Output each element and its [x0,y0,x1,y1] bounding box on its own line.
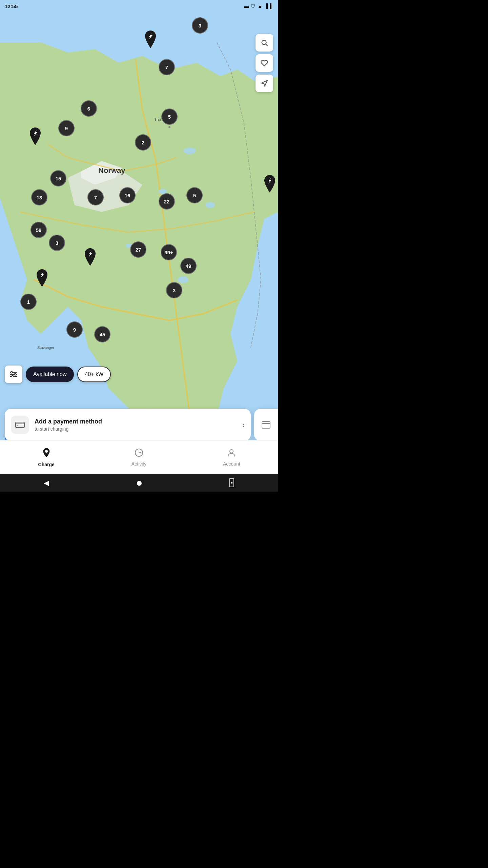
available-now-filter[interactable]: Available now [26,367,74,382]
svg-point-5 [178,276,188,283]
account-icon [227,448,236,459]
cluster-c2[interactable]: 7 [159,59,175,75]
cluster-c3[interactable]: 6 [81,100,97,117]
pin-p2[interactable] [28,127,43,147]
cluster-c5[interactable]: 9 [58,120,75,136]
back-button[interactable]: ◀ [44,479,49,487]
cluster-c8[interactable]: 13 [31,189,47,205]
svg-rect-31 [262,421,270,428]
status-icons: ▬ 🛡 ▲ ▐ ▌ [244,3,273,9]
cluster-c18[interactable]: 3 [166,282,182,298]
cluster-c17[interactable]: 49 [180,258,197,274]
map-controls [256,34,273,92]
power-filter[interactable]: 40+ kW [77,367,111,382]
nav-account[interactable]: Account [185,448,278,467]
charge-label: Charge [38,462,55,467]
svg-point-25 [11,372,13,373]
status-bar: 12:55 ▬ 🛡 ▲ ▐ ▌ [0,0,278,12]
nav-charge[interactable]: Charge [0,448,93,467]
cluster-c7[interactable]: 15 [50,170,66,186]
cluster-c15[interactable]: 27 [130,241,146,258]
battery-icon: ▌ [270,3,273,9]
nav-activity[interactable]: Activity [93,448,185,467]
svg-point-4 [205,202,215,208]
charge-icon [42,448,51,460]
filter-toggle-button[interactable] [5,366,22,383]
favorite-button[interactable] [256,54,273,72]
location-button[interactable] [256,75,273,92]
pin-p4[interactable] [35,269,49,289]
map-container[interactable]: Tromsø Stavanger 37659215137162255932799… [0,0,278,492]
svg-point-37 [230,450,233,453]
cluster-c4[interactable]: 5 [161,108,178,125]
pin-p5[interactable] [262,174,277,195]
payment-text: Add a payment method to start charging [35,418,237,432]
account-label: Account [223,461,240,467]
wifi-icon: ▲ [258,3,262,9]
svg-rect-30 [17,425,18,426]
cluster-c20[interactable]: 45 [94,326,110,342]
activity-icon [135,448,143,459]
cluster-c21[interactable]: 1 [20,294,37,310]
pin-p3[interactable] [83,248,98,268]
cluster-c16[interactable]: 99+ [161,244,177,260]
svg-point-33 [45,450,48,453]
home-button[interactable]: ⬤ [137,480,142,486]
cluster-c11[interactable]: 22 [159,193,175,210]
payment-title: Add a payment method [35,418,237,425]
svg-marker-21 [262,80,267,86]
bottom-nav: Charge Activity Account [0,440,278,474]
signal-icon: ▐ [264,3,268,9]
svg-text:Stavanger: Stavanger [37,346,54,350]
sim-icon: ▬ [244,3,249,9]
payment-arrow-icon: › [242,421,245,429]
security-icon: 🛡 [251,3,256,9]
payment-icon [11,416,29,434]
svg-point-27 [12,376,14,377]
svg-rect-28 [16,422,24,428]
cluster-c13[interactable]: 59 [30,222,47,238]
cluster-c12[interactable]: 5 [186,187,203,203]
search-button[interactable] [256,34,273,52]
cluster-c1[interactable]: 3 [192,17,208,34]
svg-point-7 [168,126,170,128]
cluster-c10[interactable]: 16 [119,187,136,203]
svg-point-26 [15,374,16,375]
payment-subtitle: to start charging [35,426,237,432]
filter-bar: Available now 40+ kW [0,366,278,383]
status-time: 12:55 [5,3,18,9]
cluster-c19[interactable]: 9 [66,321,83,338]
system-nav: ◀ ⬤ ▪ [0,474,278,492]
pin-p1[interactable] [143,30,158,50]
cluster-c6[interactable]: 2 [135,134,151,151]
activity-label: Activity [131,461,146,467]
svg-line-20 [266,44,267,46]
cluster-c14[interactable]: 3 [49,235,65,251]
payment-card[interactable]: Add a payment method to start charging › [5,409,251,441]
svg-point-1 [184,147,196,154]
cluster-c9[interactable]: 7 [87,189,104,205]
secondary-card[interactable] [254,409,278,441]
recent-button[interactable]: ▪ [229,478,234,487]
